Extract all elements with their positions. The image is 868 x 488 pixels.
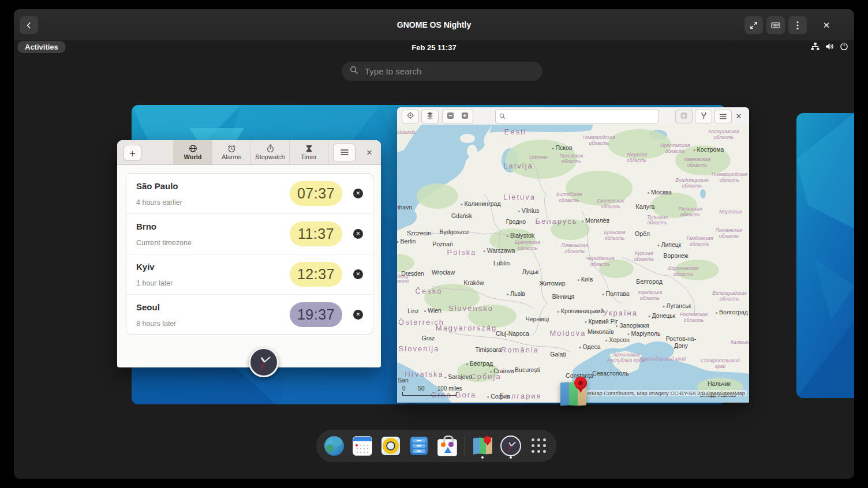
clocks-menu-button[interactable]: [333, 144, 356, 162]
map-label: Vilnius: [518, 207, 540, 214]
fullscreen-button[interactable]: [744, 16, 763, 34]
viewer-headerbar: GNOME OS Nightly: [14, 9, 854, 41]
maps-menu-button[interactable]: [714, 110, 732, 123]
world-clock-row[interactable]: Seoul 8 hours later 19:37 ✕: [126, 295, 373, 335]
city-name: São Paulo: [136, 181, 178, 191]
map-label: Мордовия: [719, 209, 742, 215]
go-to-location-button[interactable]: [402, 110, 419, 123]
map-labels: EestiLatvijaLietuvaБеларусьPolskaČeskoSl…: [397, 125, 749, 403]
zoom-out-button[interactable]: [442, 110, 459, 123]
tab-world[interactable]: World: [173, 140, 212, 164]
close-icon: ✕: [366, 148, 373, 157]
map-label: Витебская область: [548, 192, 590, 204]
map-label: Липецк: [658, 241, 682, 248]
search-icon: [499, 111, 506, 122]
dock-item-software[interactable]: [436, 433, 458, 459]
delete-clock-button[interactable]: ✕: [353, 189, 363, 198]
alarm-icon: [227, 144, 236, 153]
scale-tick: 0: [402, 385, 406, 392]
map-label: Kraków: [463, 279, 484, 286]
map-label: Гродно: [506, 218, 526, 225]
map-label: Гомельская область: [555, 243, 595, 254]
dock-item-maps[interactable]: [472, 433, 493, 459]
favorites-button[interactable]: [675, 110, 693, 123]
adjacent-workspace[interactable]: [796, 113, 854, 398]
clocks-window[interactable]: ＋ World: [117, 140, 381, 367]
software-icon: [437, 439, 457, 456]
maps-search-input[interactable]: [508, 112, 643, 121]
route-button[interactable]: [695, 110, 712, 123]
overview-search[interactable]: [342, 62, 542, 81]
map-label: România: [501, 346, 539, 354]
clocks-app-icon[interactable]: [249, 347, 279, 377]
map-label: Нальчик: [708, 380, 731, 387]
tab-alarms[interactable]: Alarms: [212, 140, 250, 164]
dock-item-files[interactable]: [408, 433, 430, 459]
dock-item-web-browser[interactable]: [323, 433, 345, 459]
world-clock-row[interactable]: Kyiv 1 hour later 12:37 ✕: [126, 254, 373, 295]
zoom-in-button[interactable]: [457, 110, 473, 123]
maps-close-button[interactable]: ✕: [734, 111, 743, 121]
dash-dock: [316, 430, 556, 462]
world-clock-row[interactable]: Brno Current timezone 11:37 ✕: [126, 214, 373, 254]
volume-icon: [825, 42, 834, 53]
zoom-out-icon: [447, 111, 454, 122]
map-label: Рязанская область: [669, 207, 712, 218]
map-attribution: etMap Contributors, Map Imagery CC-BY-SA…: [585, 390, 747, 396]
dock-item-music[interactable]: [380, 433, 402, 459]
map-label: Gdańsk: [451, 212, 472, 219]
map-label: Warszawa: [484, 247, 515, 254]
keyboard-button[interactable]: [766, 16, 785, 34]
map-label: Lietuva: [503, 193, 536, 201]
tab-stopwatch[interactable]: Stopwatch: [250, 140, 289, 164]
delete-clock-button[interactable]: ✕: [353, 229, 363, 239]
map-label: Київ: [578, 276, 593, 283]
close-icon: ✕: [736, 112, 742, 121]
maps-search-field[interactable]: [495, 110, 659, 123]
search-input[interactable]: [364, 66, 504, 77]
map-label: Одеса: [579, 343, 601, 350]
maps-app-icon[interactable]: [558, 377, 592, 408]
maps-window[interactable]: ✕: [397, 107, 749, 403]
shell-clock[interactable]: Feb 25 11:37: [14, 40, 854, 54]
map-label: Калининград: [461, 200, 500, 207]
map-label: Србија: [470, 372, 501, 381]
map-label: Волгоградская область: [704, 291, 749, 302]
city-name: Kyiv: [136, 262, 155, 272]
tab-timer[interactable]: Timer: [289, 140, 328, 164]
viewer-menu-button[interactable]: [788, 16, 807, 34]
dock-separator: [465, 435, 465, 457]
activities-button[interactable]: Activities: [17, 41, 66, 53]
plus-icon: ＋: [128, 147, 137, 160]
dock-item-clocks[interactable]: [500, 433, 522, 459]
back-button[interactable]: [20, 16, 38, 34]
dock-item-calendar[interactable]: [351, 433, 373, 459]
world-clock-list: São Paulo 4 hours earlier 07:37 ✕ Brno C…: [126, 173, 373, 335]
clocks-close-button[interactable]: ✕: [365, 148, 374, 157]
city-offset: Current timezone: [136, 239, 192, 247]
map-label: Slovensko: [448, 304, 493, 313]
map-label: Кропивницький: [558, 307, 604, 314]
dock-item-app-grid[interactable]: [528, 433, 550, 459]
map-label: Galați: [550, 351, 566, 358]
map-label: Linz: [407, 307, 418, 314]
map-label: Slovenija: [399, 344, 440, 353]
delete-clock-button[interactable]: ✕: [353, 269, 363, 279]
gnome-shell: Feb 25 11:37 Activities: [14, 40, 854, 479]
map-canvas[interactable]: EestiLatvijaLietuvaБеларусьPolskaČeskoSl…: [397, 125, 749, 403]
world-clock-row[interactable]: São Paulo 4 hours earlier 07:37 ✕: [126, 174, 373, 214]
map-label: mmern: [397, 279, 409, 284]
search-icon: [350, 66, 358, 77]
map-label: Sarajevo: [444, 373, 472, 380]
locate-icon: [406, 111, 414, 122]
add-clock-button[interactable]: ＋: [124, 145, 141, 161]
delete-clock-button[interactable]: ✕: [353, 310, 363, 320]
viewer-close-button[interactable]: ✕: [817, 16, 836, 34]
screen: GNOME OS Nightly: [0, 0, 868, 488]
time-badge: 12:37: [290, 262, 342, 287]
tab-label: Stopwatch: [255, 153, 285, 160]
map-label: България: [499, 392, 541, 400]
system-status-area[interactable]: [811, 40, 848, 54]
layers-button[interactable]: [421, 110, 439, 123]
map-label: i San: [397, 377, 409, 384]
